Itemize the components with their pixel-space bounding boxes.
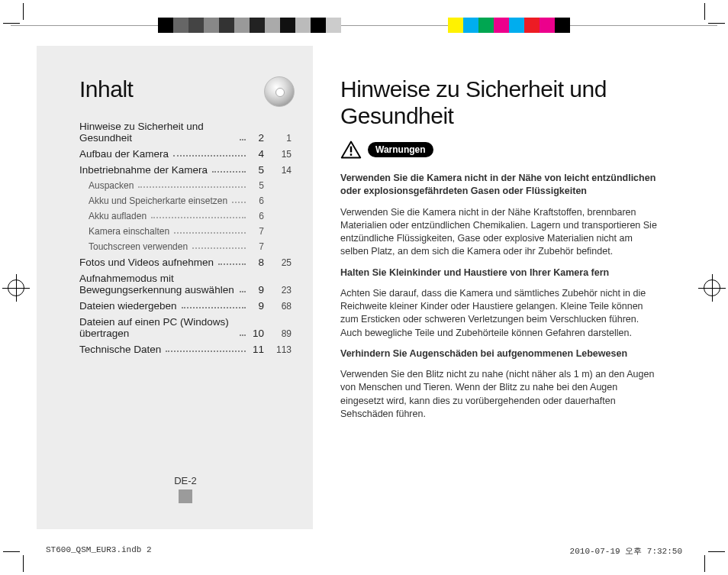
toc-page: 4 [250,148,264,160]
print-registration-bar [0,15,728,35]
toc-label: Dateien wiedergeben [79,300,177,312]
toc-label: Akku aufladen [89,211,147,221]
section-title: Hinweise zu Sicherheit und Gesundheit [340,76,661,129]
page-number: DE-2 [79,475,292,508]
toc-leader-dots [151,217,246,218]
toc-row: Aufbau der Kamera415 [79,148,292,160]
toc-row: Technische Daten11113 [79,344,292,355]
crosshair-icon [8,279,24,296]
footer-timestamp: 2010-07-19 오후 7:32:50 [570,545,682,557]
color-swatch [204,18,219,33]
toc-label: Technische Daten [79,344,161,355]
toc-leader-dots [173,155,246,157]
color-swatch [295,18,311,33]
color-swatch [509,18,524,33]
color-swatch [463,18,478,33]
crop-mark [702,3,725,26]
toc-label: Kamera einschalten [89,226,169,237]
toc-page: 9 [250,284,264,296]
content-column: Hinweise zu Sicherheit und Gesundheit Wa… [340,46,691,529]
toc-label: Aufnahmemodus mit Bewegungserkennung aus… [79,273,235,296]
toc-page: 7 [250,241,264,252]
toc-ext-page: 113 [269,344,292,355]
crosshair-icon [704,279,720,296]
toc-label: Fotos und Videos aufnehmen [79,257,214,268]
color-swatch [158,18,173,33]
crop-mark [3,549,26,572]
warning-heading: Verhindern Sie Augenschäden bei aufgenom… [340,347,661,360]
color-swatch [540,18,555,33]
toc-row: Inbetriebnahme der Kamera514 [79,164,292,176]
toc-page: 6 [250,195,264,206]
color-swatch [265,18,280,33]
toc-title: Inhalt [79,76,292,102]
color-swatch [311,18,326,33]
toc-row: Dateien auf einen PC (Windows) übertrage… [79,316,292,339]
toc-ext-page: 14 [269,165,292,176]
color-swatch [188,18,204,33]
color-swatch [234,18,250,33]
toc-row: Hinweise zu Sicherheit und Gesundheit21 [79,121,292,144]
toc-row: Dateien wiedergeben968 [79,300,292,312]
toc-ext-page: 25 [269,257,292,268]
toc-page: 5 [250,164,264,176]
color-swatch [478,18,494,33]
toc-page: 7 [250,226,264,237]
warning-paragraph: Verwenden Sie die Kamera nicht in der Nä… [340,206,661,259]
toc-leader-dots [182,307,246,308]
toc-page: 11 [250,344,264,355]
toc-page: 8 [250,257,264,268]
toc-label: Aufbau der Kamera [79,148,169,160]
toc-page: 2 [250,132,264,144]
toc-row: Akku aufladen6 [79,211,292,221]
toc-row: Kamera einschalten7 [79,226,292,237]
warning-paragraph: Verwenden Sie den Blitz nicht zu nahe (n… [340,368,661,421]
footer-filename: ST600_QSM_EUR3.indb 2 [46,545,152,557]
toc-row: Fotos und Videos aufnehmen825 [79,257,292,268]
toc-ext-page: 68 [269,301,292,312]
toc-row: Aufnahmemodus mit Bewegungserkennung aus… [79,273,292,296]
toc-label: Hinweise zu Sicherheit und Gesundheit [79,121,235,144]
color-swatch [250,18,265,33]
toc-label: Inbetriebnahme der Kamera [79,164,208,176]
color-swatch [524,18,540,33]
warning-heading: Verwenden Sie die Kamera nicht in der Nä… [340,172,661,199]
toc-ext-page: 23 [269,285,292,296]
toc-leader-dots [138,186,246,188]
svg-rect-0 [350,147,352,153]
toc-leader-dots [212,171,246,173]
color-swatch [280,18,295,33]
toc-row: Akku und Speicherkarte einsetzen6 [79,195,292,206]
warning-paragraph: Achten Sie darauf, dass die Kamera und s… [340,287,661,340]
toc-label: Auspacken [89,180,134,191]
toc-leader-dots [240,334,246,336]
toc-leader-dots [166,350,246,352]
toc-page: 9 [250,300,264,312]
toc-column: Inhalt Hinweise zu Sicherheit und Gesund… [37,46,313,529]
toc-leader-dots [218,263,246,265]
warning-triangle-icon [340,140,362,160]
print-footer: ST600_QSM_EUR3.indb 2 2010-07-19 오후 7:32… [46,545,682,557]
body-text: Verwenden Sie die Kamera nicht in der Nä… [340,172,661,421]
toc-page: 6 [250,211,264,221]
crop-mark [3,3,26,26]
toc-leader-dots [174,232,246,234]
toc-page: 5 [250,180,264,191]
toc-leader-dots [240,291,246,292]
color-swatch [219,18,234,33]
color-swatch [173,18,188,33]
toc-list: Hinweise zu Sicherheit und Gesundheit21A… [79,121,292,360]
toc-ext-page: 15 [269,149,292,160]
toc-row: Touchscreen verwenden7 [79,241,292,252]
toc-label: Akku und Speicherkarte einsetzen [89,195,227,206]
crop-mark [702,549,725,572]
color-swatch [494,18,509,33]
toc-leader-dots [232,202,246,203]
toc-row: Auspacken5 [79,180,292,191]
toc-page: 10 [250,328,264,339]
page-number-label: DE-2 [174,475,197,486]
toc-label: Touchscreen verwenden [89,241,188,252]
toc-ext-page: 1 [269,133,292,144]
warning-heading: Halten Sie Kleinkinder und Haustiere von… [340,267,661,279]
cd-icon [264,76,295,107]
